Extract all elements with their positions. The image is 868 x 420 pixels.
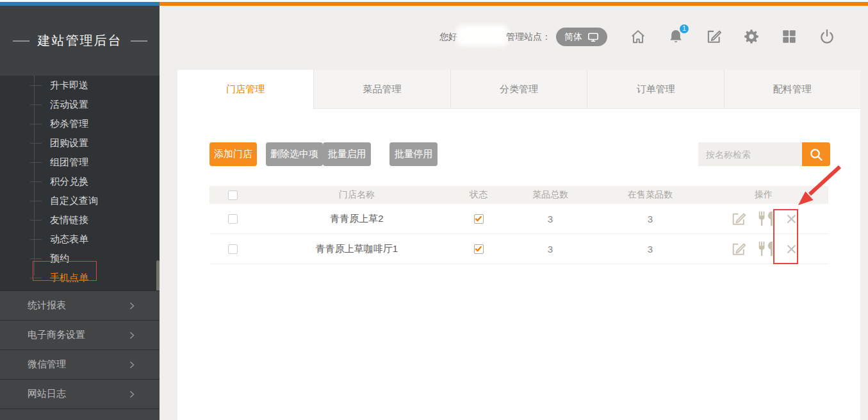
chevron-right-icon (127, 360, 136, 369)
sidebar: 建站管理后台 升卡即送 活动设置 秒杀管理 团购设置 组团管理 积分兑换 自定义… (0, 6, 160, 420)
site-label: 管理站点： (506, 31, 551, 43)
col-header-status: 状态 (458, 189, 499, 201)
select-all-checkbox[interactable] (228, 190, 238, 200)
onsale-dishes: 3 (602, 244, 699, 255)
batch-disable-button[interactable]: 批量停用 (389, 142, 438, 166)
utensils-icon[interactable] (757, 210, 776, 228)
search-input[interactable] (698, 142, 802, 166)
delete-x-icon[interactable] (786, 244, 797, 255)
onsale-dishes: 3 (602, 214, 699, 224)
redacted-username (460, 29, 505, 42)
monitor-icon (587, 32, 599, 42)
col-header-ops: 操作 (699, 189, 828, 201)
sidebar-item-label: 手机点单 (50, 272, 88, 283)
sidebar-item-mobile-order[interactable]: 手机点单 (0, 268, 160, 287)
gear-icon[interactable] (742, 27, 761, 46)
sidebar-item-groupmgmt[interactable]: 组团管理 (0, 153, 160, 172)
sidebar-item-label: 动态表单 (50, 233, 88, 244)
sidebar-item-label: 自定义查询 (50, 195, 98, 206)
compose-icon[interactable] (704, 27, 723, 46)
table-row: 青青原上草2 3 3 (209, 204, 828, 234)
sidebar-item-groupbuy[interactable]: 团购设置 (0, 133, 160, 153)
sidebar-item-label: 积分兑换 (50, 176, 88, 187)
title-dash-left (13, 40, 29, 42)
chevron-right-icon (127, 301, 136, 310)
row-checkbox[interactable] (228, 244, 238, 254)
notification-badge: 1 (679, 24, 689, 34)
title-dash-right (131, 40, 147, 42)
sidebar-item-label: 升卡即送 (50, 80, 88, 90)
sidebar-item-label: 活动设置 (50, 99, 88, 110)
tab-ingredient-management[interactable]: 配料管理 (724, 70, 860, 109)
edit-icon[interactable] (730, 241, 746, 257)
sidebar-sections: 统计报表 电子商务设置 微信管理 网站日志 (0, 290, 160, 420)
home-icon[interactable] (628, 27, 648, 46)
sidebar-item-points[interactable]: 积分兑换 (0, 172, 160, 191)
store-table: 门店名称 状态 菜品总数 在售菜品数 操作 青青原上草2 3 3 (209, 186, 828, 264)
sidebar-item-label: 预约 (50, 253, 69, 264)
chevron-right-icon (127, 390, 136, 399)
grid-icon[interactable] (780, 27, 799, 46)
store-name: 青青原上草咖啡厅1 (256, 243, 458, 255)
row-checkbox[interactable] (228, 214, 238, 224)
language-label: 简体 (564, 31, 582, 43)
sidebar-section-ecommerce[interactable]: 电子商务设置 (0, 321, 160, 350)
tab-label: 订单管理 (636, 83, 675, 96)
sidebar-item-label: 组团管理 (50, 156, 88, 167)
language-switch-button[interactable]: 简体 (556, 28, 607, 46)
table-row: 青青原上草咖啡厅1 3 3 (209, 234, 828, 264)
tab-label: 配料管理 (773, 83, 812, 96)
sidebar-section-sitelog[interactable]: 网站日志 (0, 380, 160, 409)
col-header-total: 菜品总数 (499, 189, 602, 201)
sidebar-item-booking[interactable]: 预约 (0, 249, 160, 268)
sidebar-item-label: 团购设置 (50, 137, 88, 148)
total-dishes: 3 (499, 244, 602, 255)
sidebar-item-dynform[interactable]: 动态表单 (0, 230, 160, 249)
edit-icon[interactable] (730, 211, 746, 227)
sidebar-submenu: 升卡即送 活动设置 秒杀管理 团购设置 组团管理 积分兑换 自定义查询 友情链接… (0, 76, 160, 288)
bell-icon[interactable]: 1 (666, 27, 685, 46)
tab-store-management[interactable]: 门店管理 (177, 70, 313, 109)
sidebar-item-customquery[interactable]: 自定义查询 (0, 191, 160, 210)
content-accent-bar (160, 2, 868, 6)
sidebar-item-card-gift[interactable]: 升卡即送 (0, 76, 160, 95)
col-header-name: 门店名称 (256, 189, 458, 201)
chevron-right-icon (127, 331, 136, 340)
tab-category-management[interactable]: 分类管理 (450, 70, 587, 109)
tab-order-management[interactable]: 订单管理 (587, 70, 723, 109)
sidebar-item-seckill[interactable]: 秒杀管理 (0, 114, 160, 133)
sidebar-item-label: 秒杀管理 (50, 118, 88, 129)
power-icon[interactable] (817, 27, 837, 46)
tab-dish-management[interactable]: 菜品管理 (313, 70, 450, 109)
total-dishes: 3 (499, 214, 602, 224)
section-label: 统计报表 (28, 299, 66, 312)
tab-bar: 门店管理 菜品管理 分类管理 订单管理 配料管理 (177, 70, 860, 109)
batch-enable-button[interactable]: 批量启用 (323, 142, 371, 166)
tab-label: 分类管理 (500, 83, 538, 96)
sidebar-header: 建站管理后台 (0, 6, 160, 76)
section-label: 微信管理 (28, 358, 66, 371)
search-button[interactable] (802, 142, 830, 166)
sidebar-section-reports[interactable]: 统计报表 (0, 291, 160, 321)
tab-label: 菜品管理 (363, 83, 402, 96)
table-header-row: 门店名称 状态 菜品总数 在售菜品数 操作 (209, 186, 828, 204)
delete-x-icon[interactable] (786, 214, 797, 224)
main-panel: 门店管理 菜品管理 分类管理 订单管理 配料管理 添加门店 删除选中项 批量启用… (177, 70, 860, 420)
section-label: 电子商务设置 (28, 329, 85, 341)
utensils-icon[interactable] (757, 240, 776, 258)
sidebar-item-activity[interactable]: 活动设置 (0, 95, 160, 114)
magnifier-icon (808, 147, 824, 162)
app-title: 建站管理后台 (38, 32, 122, 49)
col-header-onsale: 在售菜品数 (602, 189, 699, 201)
status-checkbox[interactable] (474, 214, 484, 224)
sidebar-section-wechat[interactable]: 微信管理 (0, 350, 160, 380)
sidebar-item-links[interactable]: 友情链接 (0, 210, 160, 230)
tab-label: 门店管理 (226, 83, 265, 96)
status-checkbox[interactable] (474, 244, 484, 254)
store-name: 青青原上草2 (256, 213, 458, 225)
add-store-button[interactable]: 添加门店 (209, 142, 257, 166)
sidebar-item-label: 友情链接 (50, 214, 88, 225)
delete-selected-button[interactable]: 删除选中项 (266, 142, 323, 166)
section-label: 网站日志 (28, 388, 66, 400)
tab-content: 添加门店 删除选中项 批量启用 批量停用 门店名称 状态 菜品总数 在售菜品数 … (177, 109, 860, 420)
